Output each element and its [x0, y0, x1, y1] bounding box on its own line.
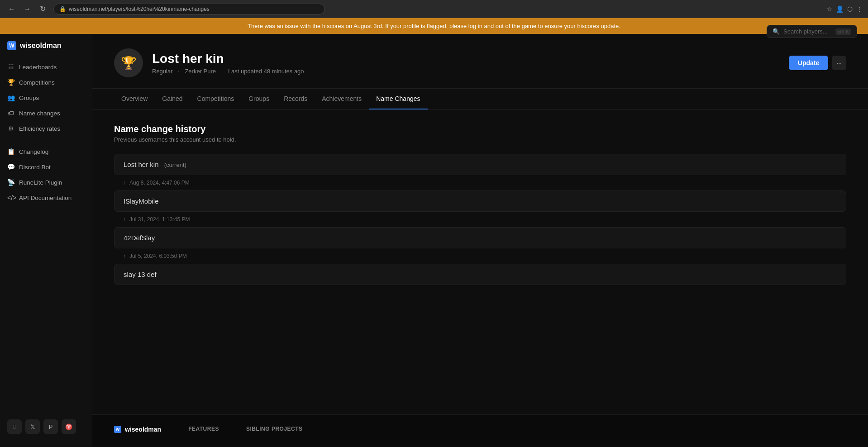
sidebar-item-api-docs[interactable]: </> API Documentation	[0, 190, 92, 205]
menu-icon[interactable]: ⋮	[856, 5, 863, 13]
player-name: Lost her kin	[152, 52, 780, 66]
footer-col-sibling-projects: Sibling projects	[246, 426, 303, 436]
name-timestamp-2: ↑ Jul 31, 2024, 1:13:45 PM	[114, 212, 846, 227]
github-social-button[interactable]: ♈	[62, 419, 76, 434]
competitions-icon: 🏆	[7, 79, 14, 86]
back-button[interactable]: ←	[5, 3, 18, 15]
avatar-icon: 🏆	[121, 56, 137, 71]
sidebar: W wiseoldman ☷ Leaderboards 🏆 Competitio…	[0, 34, 92, 447]
reload-button[interactable]: ↻	[36, 3, 49, 15]
player-header: 🏆 Lost her kin Regular · Zerker Pure · L…	[92, 34, 868, 89]
footer-col-features: Features	[188, 426, 219, 436]
meta-separator-1: ·	[178, 68, 181, 75]
sidebar-item-leaderboards[interactable]: ☷ Leaderboards	[0, 59, 92, 75]
arrow-icon-2: ↑	[123, 216, 126, 223]
name-entry-3: 42DefSlay	[114, 227, 846, 248]
sidebar-item-label: Discord Bot	[19, 164, 51, 171]
timestamp-text-1: Aug 8, 2024, 4:47:06 PM	[129, 180, 190, 186]
forward-button[interactable]: →	[21, 3, 33, 15]
name-entry-4: slay 13 def	[114, 264, 846, 285]
name-timestamp-3: ↑ Jul 5, 2024, 6:03:50 PM	[114, 248, 846, 264]
leaderboards-icon: ☷	[7, 63, 14, 71]
name-entry-text-4: slay 13 def	[124, 271, 157, 278]
footer: W wiseoldman Features Sibling projects	[92, 414, 868, 447]
tab-records[interactable]: Records	[277, 89, 315, 109]
player-type: Regular	[152, 68, 173, 75]
name-entry-text-current: Lost her kin	[124, 161, 159, 168]
changelog-icon: 📋	[7, 148, 14, 155]
sidebar-item-efficiency-rates[interactable]: ⚙ Efficiency rates	[0, 121, 92, 136]
player-meta: Regular · Zerker Pure · Last updated 48 …	[152, 68, 780, 75]
address-text: wiseoldman.net/players/lost%20her%20kin/…	[69, 6, 210, 12]
discord-bot-icon: 💬	[7, 163, 14, 171]
browser-nav-buttons: ← → ↻	[5, 3, 49, 15]
player-avatar: 🏆	[114, 48, 143, 77]
search-shortcut: ctrl K	[835, 29, 851, 35]
sidebar-item-changelog[interactable]: 📋 Changelog	[0, 144, 92, 159]
tab-achievements[interactable]: Achievements	[315, 89, 369, 109]
sidebar-item-label: Name changes	[19, 110, 60, 117]
sidebar-item-name-changes[interactable]: 🏷 Name changes	[0, 105, 92, 121]
tab-groups[interactable]: Groups	[241, 89, 277, 109]
logo-icon: W	[7, 41, 16, 50]
update-button[interactable]: Update	[789, 56, 828, 70]
arrow-icon-3: ↑	[123, 253, 126, 259]
search-bar[interactable]: 🔍 Search players... ctrl K	[767, 25, 857, 38]
tab-name-changes[interactable]: Name Changes	[369, 89, 427, 109]
footer-logo-text: wiseoldman	[125, 426, 161, 433]
main-content: Name change history Previous usernames t…	[92, 109, 868, 414]
arrow-icon-1: ↑	[123, 180, 126, 186]
name-timestamp-1: ↑ Aug 8, 2024, 4:47:06 PM	[114, 175, 846, 190]
efficiency-icon: ⚙	[7, 125, 14, 132]
section-subtitle: Previous usernames this account used to …	[114, 136, 846, 143]
current-tag: (current)	[164, 162, 186, 168]
tab-gained[interactable]: Gained	[155, 89, 190, 109]
sidebar-divider	[0, 140, 92, 140]
name-entry-text-3: 42DefSlay	[124, 234, 155, 242]
tab-overview[interactable]: Overview	[114, 89, 155, 109]
sidebar-item-runelite-plugin[interactable]: 📡 RuneLite Plugin	[0, 175, 92, 190]
groups-icon: 👥	[7, 94, 14, 101]
main-layout: W wiseoldman ☷ Leaderboards 🏆 Competitio…	[0, 34, 868, 447]
section-title: Name change history	[114, 124, 846, 134]
player-actions: Update ···	[789, 56, 846, 70]
announcement-banner: There was an issue with the hiscores on …	[0, 18, 868, 34]
footer-sibling-heading: Sibling projects	[246, 426, 303, 432]
tabs-bar: Overview Gained Competitions Groups Reco…	[92, 89, 868, 109]
search-float: 🔍 Search players... ctrl K	[767, 25, 857, 38]
more-button[interactable]: ···	[832, 56, 846, 70]
browser-bar: ← → ↻ 🔒 wiseoldman.net/players/lost%20he…	[0, 0, 868, 18]
browser-right-icons: ☆ 👤 ⬡ ⋮	[826, 5, 863, 13]
meta-separator-2: ·	[221, 68, 224, 75]
sidebar-item-label: RuneLite Plugin	[19, 179, 62, 186]
sidebar-item-competitions[interactable]: 🏆 Competitions	[0, 75, 92, 90]
sidebar-item-label: Efficiency rates	[19, 125, 60, 132]
runelite-icon: 📡	[7, 179, 14, 186]
footer-logo-icon: W	[114, 426, 121, 433]
name-entry-current: Lost her kin (current)	[114, 154, 846, 175]
sidebar-item-label: Groups	[19, 95, 39, 101]
discord-social-button[interactable]: 𘜇	[7, 419, 22, 434]
address-bar[interactable]: 🔒 wiseoldman.net/players/lost%20her%20ki…	[53, 4, 325, 14]
tab-competitions[interactable]: Competitions	[190, 89, 242, 109]
api-icon: </>	[7, 194, 14, 201]
bookmark-icon[interactable]: ☆	[826, 5, 832, 13]
patreon-social-button[interactable]: P	[43, 419, 58, 434]
address-icon: 🔒	[59, 6, 66, 12]
profile-icon[interactable]: 👤	[836, 5, 844, 13]
footer-features-heading: Features	[188, 426, 219, 432]
sidebar-item-label: API Documentation	[19, 195, 72, 201]
timestamp-text-2: Jul 31, 2024, 1:13:45 PM	[129, 216, 190, 223]
search-placeholder: Search players...	[783, 28, 828, 35]
sidebar-item-groups[interactable]: 👥 Groups	[0, 90, 92, 105]
social-links: 𘜇 𝕏 P ♈	[0, 414, 92, 439]
sidebar-bottom: 𘜇 𝕏 P ♈	[0, 405, 92, 439]
sidebar-item-discord-bot[interactable]: 💬 Discord Bot	[0, 159, 92, 175]
twitter-social-button[interactable]: 𝕏	[25, 419, 40, 434]
logo-text: wiseoldman	[20, 42, 62, 50]
sidebar-logo[interactable]: W wiseoldman	[0, 41, 92, 59]
player-updated: Last updated 48 minutes ago	[228, 68, 304, 75]
extensions-icon[interactable]: ⬡	[847, 5, 853, 13]
name-changes-icon: 🏷	[7, 109, 14, 117]
name-entry-2: ISlayMobile	[114, 190, 846, 212]
